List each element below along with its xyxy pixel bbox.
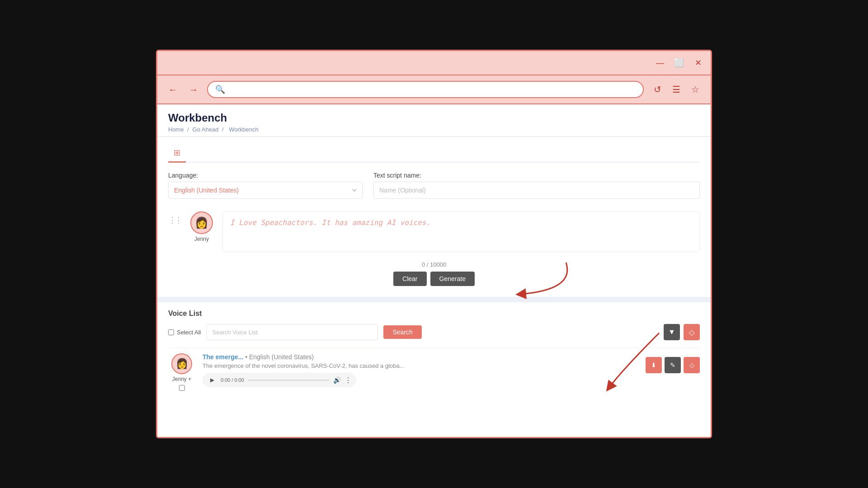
delete-button[interactable]: ◇	[684, 357, 700, 373]
volume-button[interactable]: 🔊	[333, 376, 341, 384]
page-title: Workbench	[168, 112, 700, 124]
voice-item-actions: ⬇ ✎ ◇	[646, 353, 700, 373]
language-label: Language:	[168, 172, 363, 179]
search-input-wrap	[206, 324, 378, 340]
script-name-group: Text script name:	[373, 172, 700, 199]
breadcrumb: Home / Go Ahead / Workbench	[168, 126, 700, 133]
breadcrumb-home[interactable]: Home	[168, 126, 184, 133]
voice-item-avatar: 👩 Jenny +	[168, 353, 195, 391]
generate-button[interactable]: Generate	[430, 272, 475, 286]
play-button[interactable]: ▶	[207, 375, 217, 385]
download-button[interactable]: ⬇	[646, 357, 662, 373]
char-counter: 0 / 10000	[422, 261, 446, 268]
bookmark-button[interactable]: ☆	[688, 82, 703, 97]
address-input[interactable]	[230, 86, 636, 93]
language-select[interactable]: English (United States) Spanish French G…	[168, 182, 363, 199]
main-card: ⊞ Language: English (United States) Span…	[157, 137, 711, 297]
close-button[interactable]: ✕	[692, 56, 704, 69]
address-bar: 🔍	[207, 81, 644, 98]
forward-button[interactable]: →	[186, 82, 201, 97]
voice-list-right-buttons: ▼ ◇	[664, 324, 700, 340]
voice-item-content: The emerge... • English (United States) …	[203, 353, 638, 387]
edit-button[interactable]: ✎	[665, 357, 681, 373]
more-button[interactable]: ⋮	[344, 376, 352, 385]
diamond-filter-button[interactable]: ◇	[684, 324, 700, 340]
menu-button[interactable]: ☰	[669, 82, 684, 97]
voice-item-title: The emerge... • English (United States)	[203, 353, 638, 361]
back-button[interactable]: ←	[165, 82, 180, 97]
voice-list-controls: Select All Search ▼ ◇	[168, 324, 700, 340]
voice-search-input[interactable]	[206, 324, 378, 340]
clear-button[interactable]: Clear	[393, 272, 426, 286]
voice-item-name: Jenny +	[172, 376, 191, 382]
script-textarea[interactable]	[222, 211, 700, 252]
voice-item: 👩 Jenny + The emerge... • English (Unite…	[168, 347, 700, 396]
voice-item-checkbox[interactable]	[179, 385, 185, 391]
voice-avatar: 👩 Jenny	[188, 211, 215, 242]
content-area: Workbench Home / Go Ahead / Workbench ⊞ …	[157, 104, 711, 437]
script-name-input[interactable]	[373, 182, 700, 199]
select-all-label[interactable]: Select All	[168, 329, 201, 336]
tab-grid-icon[interactable]: ⊞	[168, 144, 186, 163]
form-row: Language: English (United States) Spanis…	[168, 172, 700, 199]
minimize-button[interactable]: —	[654, 56, 666, 69]
voice-list-section: Voice List Select All Search ▼ ◇ 👩	[157, 302, 711, 437]
nav-right-buttons: ↺ ☰ ☆	[650, 82, 703, 97]
avatar-image[interactable]: 👩	[190, 211, 213, 234]
breadcrumb-current: Workbench	[229, 126, 259, 133]
section-divider	[157, 297, 711, 302]
script-editor-row: ⋮⋮ 👩 Jenny	[168, 208, 700, 256]
progress-bar[interactable]	[248, 380, 330, 381]
page-header: Workbench Home / Go Ahead / Workbench	[157, 104, 711, 137]
script-name-label: Text script name:	[373, 172, 700, 179]
reload-button[interactable]: ↺	[650, 82, 665, 97]
voice-list-title: Voice List	[168, 310, 700, 318]
title-bar: — ⬜ ✕	[157, 51, 711, 75]
search-icon: 🔍	[215, 84, 225, 94]
voice-item-description: The emergence of the novel coronavirus, …	[203, 362, 638, 369]
search-button[interactable]: Search	[383, 325, 421, 339]
breadcrumb-go-ahead[interactable]: Go Ahead	[193, 126, 219, 133]
language-group: Language: English (United States) Spanis…	[168, 172, 363, 199]
action-buttons: Clear Generate	[393, 272, 475, 286]
nav-bar: ← → 🔍 ↺ ☰ ☆	[157, 75, 711, 104]
counter-value: 0 / 10000	[422, 261, 446, 268]
avatar-name: Jenny	[194, 236, 209, 242]
tab-bar: ⊞	[168, 144, 700, 163]
filter-button[interactable]: ▼	[664, 324, 680, 340]
counter-row: 0 / 10000 Clear Generate	[168, 261, 700, 286]
maximize-button[interactable]: ⬜	[673, 56, 685, 69]
voice-item-avatar-image[interactable]: 👩	[171, 353, 192, 374]
time-display: 0:00 / 0:00	[221, 377, 244, 383]
select-all-checkbox[interactable]	[168, 329, 174, 335]
audio-player: ▶ 0:00 / 0:00 🔊 ⋮	[203, 373, 356, 387]
drag-handle[interactable]: ⋮⋮	[168, 211, 181, 225]
